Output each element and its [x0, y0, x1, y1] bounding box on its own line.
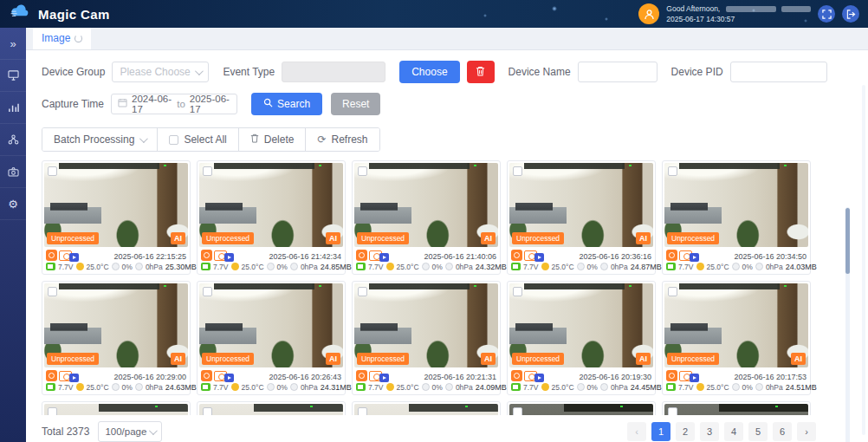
image-card-partial[interactable] [197, 401, 346, 415]
card-checkbox[interactable] [513, 407, 522, 415]
card-info-row-1: 2025-06-16 20:29:00 [44, 367, 188, 381]
card-checkbox[interactable] [48, 407, 57, 415]
card-checkbox[interactable] [513, 287, 522, 296]
card-checkbox[interactable] [358, 287, 367, 296]
page-button-4[interactable]: 4 [724, 422, 743, 441]
snapshot-photo[interactable]: Unprocessed AI [354, 163, 498, 247]
device-group-select[interactable]: Please Choose [112, 62, 209, 82]
tab-refresh-icon[interactable] [74, 35, 82, 42]
image-card-partial[interactable] [507, 401, 656, 415]
snapshot-photo[interactable]: Unprocessed AI [44, 283, 188, 367]
image-card[interactable]: Unprocessed AI 2025-06-16 20:17:53 7.7V … [662, 281, 811, 395]
pressure-icon [600, 263, 608, 270]
card-checkbox[interactable] [668, 166, 677, 176]
device-pid-input[interactable] [730, 62, 827, 82]
image-card[interactable]: Unprocessed AI 2025-06-16 20:19:30 7.7V … [507, 281, 656, 395]
page-button-2[interactable]: 2 [676, 422, 695, 441]
sidebar-item-statistics[interactable] [0, 92, 26, 124]
logout-button[interactable] [842, 5, 859, 23]
card-checkbox[interactable] [668, 287, 677, 296]
snapshot-photo[interactable] [354, 404, 498, 415]
status-badge: Unprocessed [357, 232, 409, 244]
image-card-partial[interactable] [662, 401, 811, 415]
current-datetime: 2025-06-17 14:30:57 [666, 14, 811, 24]
capture-time-range-picker[interactable]: 2024-06-17 to 2025-06-17 [111, 94, 237, 114]
snapshot-photo[interactable]: Unprocessed AI [509, 283, 653, 367]
card-checkbox[interactable] [48, 166, 57, 176]
snapshot-photo[interactable]: Unprocessed AI [664, 283, 808, 367]
next-page-button[interactable]: › [797, 422, 816, 441]
image-card[interactable]: Unprocessed AI 2025-06-16 20:36:16 7.7V … [507, 160, 656, 275]
image-card-partial[interactable] [352, 401, 501, 415]
prev-page-button[interactable]: ‹ [627, 422, 646, 441]
image-card[interactable]: Unprocessed AI 2025-06-16 20:29:00 7.7V … [42, 281, 191, 395]
snapshot-photo[interactable] [664, 404, 808, 415]
card-info-row-2: 7.7V 25.0°C 0% 0hPa 24.32MB [354, 261, 498, 273]
device-name-input[interactable] [578, 62, 657, 82]
tab-image[interactable]: Image [33, 28, 91, 49]
sidebar-item-monitor[interactable] [0, 60, 26, 92]
page-scrollbar-track[interactable] [862, 85, 865, 435]
page-size-select[interactable]: 100/page [98, 421, 162, 442]
card-checkbox[interactable] [358, 166, 367, 176]
grid-scrollbar-thumb[interactable] [845, 208, 850, 274]
snapshot-photo[interactable]: Unprocessed AI [509, 163, 653, 247]
pressure-value: 0hPa [611, 383, 628, 392]
image-card[interactable]: Unprocessed AI 2025-06-16 21:42:34 7.7V … [197, 160, 346, 275]
image-card[interactable]: Unprocessed AI 2025-06-16 22:15:25 7.7V … [42, 160, 191, 275]
sidebar-item-camera[interactable] [0, 156, 26, 188]
search-button[interactable]: Search [251, 93, 322, 115]
page-button-5[interactable]: 5 [748, 422, 768, 441]
reset-button[interactable]: Reset [331, 93, 380, 115]
file-size: 24.09MB [476, 383, 507, 392]
camera-icon [8, 166, 19, 177]
card-icon-cluster [46, 370, 79, 381]
card-checkbox[interactable] [358, 407, 367, 415]
video-icon [224, 253, 234, 262]
refresh-button[interactable]: Refresh [306, 128, 379, 151]
sidebar: » ⚙ [0, 28, 26, 442]
snapshot-photo[interactable] [509, 404, 653, 415]
double-chevron-right-icon: » [10, 37, 16, 50]
snapshot-photo[interactable] [199, 404, 343, 415]
snapshot-photo[interactable]: Unprocessed AI [664, 163, 808, 247]
image-card[interactable]: Unprocessed AI 2025-06-16 21:40:06 7.7V … [352, 160, 501, 275]
delete-button[interactable]: Delete [239, 128, 307, 151]
card-checkbox[interactable] [203, 407, 212, 415]
snapshot-photo[interactable]: Unprocessed AI [44, 163, 188, 247]
sidebar-item-devices[interactable] [0, 124, 26, 156]
choose-button[interactable]: Choose [399, 61, 459, 83]
clear-event-type-button[interactable] [467, 61, 495, 83]
page-button-3[interactable]: 3 [700, 422, 719, 441]
snapshot-photo[interactable]: Unprocessed AI [199, 283, 343, 367]
page-button-6[interactable]: 6 [773, 422, 792, 441]
snapshot-photo[interactable]: Unprocessed AI [354, 283, 498, 367]
grid-scrollbar-track[interactable] [845, 207, 850, 442]
user-avatar[interactable] [638, 3, 659, 24]
capture-timestamp: 2025-06-16 22:15:25 [113, 252, 186, 261]
sidebar-item-settings[interactable]: ⚙ [0, 188, 26, 220]
sidebar-collapse-toggle[interactable]: » [0, 28, 26, 60]
battery-value: 7.7V [58, 383, 74, 392]
fullscreen-button[interactable] [818, 5, 835, 23]
image-card[interactable]: Unprocessed AI 2025-06-16 20:21:31 7.7V … [352, 281, 501, 395]
snapshot-photo[interactable] [44, 404, 188, 415]
page-button-1[interactable]: 1 [651, 422, 670, 441]
ai-badge: AI [791, 353, 806, 365]
select-all-checkbox[interactable] [169, 135, 178, 145]
pressure-value: 0hPa [146, 263, 163, 271]
image-card[interactable]: Unprocessed AI 2025-06-16 20:34:50 7.7V … [662, 160, 811, 275]
card-checkbox[interactable] [48, 287, 57, 296]
image-card-partial[interactable] [42, 401, 191, 415]
select-all-toggle[interactable]: Select All [158, 128, 238, 151]
card-checkbox[interactable] [203, 287, 212, 296]
humidity-icon [577, 263, 585, 270]
card-checkbox[interactable] [513, 166, 522, 176]
card-checkbox[interactable] [668, 407, 677, 415]
pressure-value: 0hPa [766, 383, 783, 392]
temperature-icon [386, 383, 394, 391]
snapshot-photo[interactable]: Unprocessed AI [199, 163, 343, 247]
card-checkbox[interactable] [203, 166, 212, 176]
batch-processing-dropdown[interactable]: Batch Processing [42, 128, 158, 151]
image-card[interactable]: Unprocessed AI 2025-06-16 20:26:43 7.7V … [197, 281, 346, 395]
